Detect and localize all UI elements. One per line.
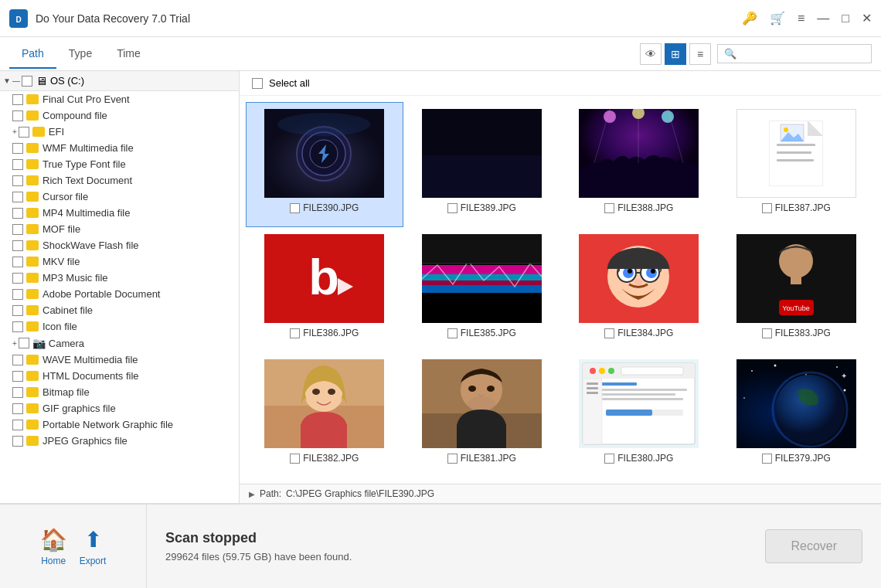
file-383-checkbox[interactable] [762,328,772,338]
richtext-checkbox[interactable] [12,175,23,186]
menu-icon[interactable]: ≡ [798,12,804,25]
sidebar-item-bitmap[interactable]: Bitmap file [0,384,239,400]
root-expand[interactable]: — [12,76,20,85]
svg-rect-20 [777,151,811,154]
close-icon[interactable]: ✕ [862,11,872,25]
preview-view-btn[interactable]: 👁 [640,43,662,65]
svg-rect-77 [587,387,598,389]
efi-expand-icon[interactable]: + [12,127,17,136]
sidebar-item-mp4[interactable]: MP4 Multimedia file [0,205,239,221]
folder-icon [26,224,39,234]
file-item-381[interactable]: FILE381.JPG [403,352,561,478]
file-387-checkbox[interactable] [762,203,772,213]
file-item-385[interactable]: FILE385.JPG [403,227,561,352]
key-icon[interactable]: 🔑 [742,11,757,25]
sidebar-item-mof[interactable]: MOF file [0,221,239,237]
camera-checkbox[interactable] [19,338,29,348]
file-379-checkbox[interactable] [762,454,772,464]
mp3-checkbox[interactable] [12,273,23,284]
efi-checkbox[interactable] [19,127,29,138]
compound-checkbox[interactable] [12,110,23,121]
file-item-382[interactable]: FILE382.JPG [246,352,403,478]
sidebar-item-png[interactable]: Portable Network Graphic file [0,416,239,433]
png-checkbox[interactable] [12,420,23,430]
bottom-bar: 🏠 Home ⬆ Export Scan stopped 299624 file… [0,503,881,588]
wave-checkbox[interactable] [12,355,23,365]
file-item-383[interactable]: YouTube FILE383.JPG [718,227,876,352]
file-item-389[interactable]: FILE389.JPG [403,102,561,227]
sidebar-root[interactable]: ▼ — 🖥 OS (C:) [0,71,239,91]
sidebar-item-wave[interactable]: WAVE Multimedia file [0,352,239,368]
gif-checkbox[interactable] [12,403,23,414]
root-expand-icon[interactable]: ▼ [3,76,11,85]
file-item-388[interactable]: FILE388.JPG [560,102,718,227]
file-381-checkbox[interactable] [447,454,458,464]
sidebar-item-final-cut[interactable]: Final Cut Pro Event [0,91,239,107]
file-388-checkbox[interactable] [604,203,614,213]
export-button[interactable]: ⬆ Export [80,527,107,566]
sidebar-item-gif[interactable]: GIF graphics file [0,400,239,416]
tab-type[interactable]: Type [56,39,104,69]
wmf-checkbox[interactable] [12,143,23,154]
search-box[interactable]: 🔍 [717,44,872,63]
file-item-379[interactable]: ✦ FILE379.JPG [718,352,876,478]
recover-button[interactable]: Recover [765,529,862,563]
sidebar-item-shockwave[interactable]: ShockWave Flash file [0,237,239,253]
file-390-checkbox[interactable] [290,203,300,213]
sidebar-scroll[interactable]: ▼ — 🖥 OS (C:) Final Cut Pro Event Compou… [0,71,239,503]
sidebar-item-jpeg[interactable]: JPEG Graphics file [0,433,239,449]
truetype-checkbox[interactable] [12,159,23,170]
file-item-390[interactable]: FILE390.JPG [246,102,403,227]
file-thumbnail-379: ✦ [736,359,856,448]
sidebar-item-compound[interactable]: Compound file [0,107,239,124]
sidebar-item-richtext[interactable]: Rich Text Document [0,172,239,189]
final-cut-checkbox[interactable] [12,94,23,105]
file-item-386[interactable]: b FILE386.JPG [246,227,403,352]
file-385-checkbox[interactable] [447,328,458,338]
list-view-btn[interactable]: ≡ [689,43,711,65]
tab-time[interactable]: Time [104,39,153,69]
file-382-checkbox[interactable] [290,454,300,464]
file-389-checkbox[interactable] [447,203,458,213]
adobe-checkbox[interactable] [12,289,23,300]
file-386-checkbox[interactable] [290,328,300,338]
sidebar-item-wmf[interactable]: WMF Multimedia file [0,140,239,156]
sidebar-item-truetype[interactable]: True Type Font file [0,156,239,172]
file-380-checkbox[interactable] [604,454,614,464]
file-384-checkbox[interactable] [604,328,614,338]
sidebar-item-mkv[interactable]: MKV file [0,253,239,270]
cabinet-checkbox[interactable] [12,305,23,316]
cart-icon[interactable]: 🛒 [770,11,785,25]
mof-checkbox[interactable] [12,224,23,235]
icon-checkbox[interactable] [12,321,23,332]
select-all-bar: Select all [240,71,881,96]
file-thumbnail-385 [422,234,542,323]
file-item-380[interactable]: FILE380.JPG [560,352,718,478]
shockwave-checkbox[interactable] [12,240,23,251]
tab-path[interactable]: Path [9,39,56,69]
cursor-checkbox[interactable] [12,192,23,202]
sidebar-item-adobe[interactable]: Adobe Portable Document [0,286,239,302]
sidebar-item-camera[interactable]: + 📷 Camera [0,335,239,352]
grid-view-btn[interactable]: ⊞ [665,43,686,65]
root-checkbox[interactable] [22,76,32,87]
sidebar-item-cursor[interactable]: Cursor file [0,189,239,205]
maximize-icon[interactable]: □ [842,12,849,25]
search-input[interactable] [740,48,865,59]
html-checkbox[interactable] [12,371,23,382]
mp4-checkbox[interactable] [12,208,23,219]
minimize-icon[interactable]: — [817,12,829,25]
home-button[interactable]: 🏠 Home [40,527,67,566]
sidebar-item-icon[interactable]: Icon file [0,318,239,335]
bitmap-checkbox[interactable] [12,387,23,398]
camera-expand-icon[interactable]: + [12,339,17,348]
sidebar-item-efi[interactable]: + EFI [0,124,239,140]
sidebar-item-html[interactable]: HTML Documents file [0,368,239,384]
sidebar-item-mp3[interactable]: MP3 Music file [0,270,239,286]
sidebar-item-cabinet[interactable]: Cabinet file [0,302,239,318]
file-item-384[interactable]: FILE384.JPG [560,227,718,352]
file-item-387[interactable]: FILE387.JPG [718,102,876,227]
select-all-checkbox[interactable] [252,78,263,89]
jpeg-checkbox[interactable] [12,436,23,447]
mkv-checkbox[interactable] [12,257,23,267]
